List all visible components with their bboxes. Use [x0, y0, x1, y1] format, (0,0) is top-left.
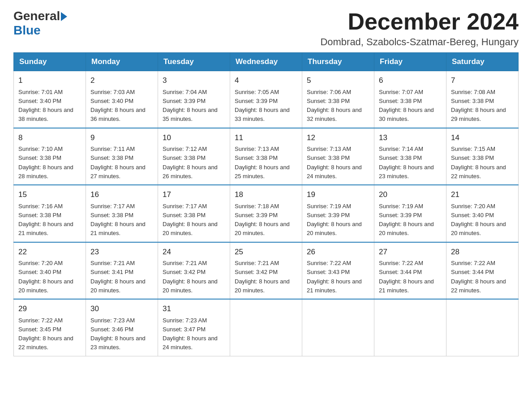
logo: General Blue	[13, 9, 67, 38]
logo-general-text: General	[13, 9, 60, 23]
weekday-header: Saturday	[446, 53, 519, 71]
day-number: 17	[163, 189, 225, 201]
calendar-day-cell: 6 Sunrise: 7:07 AMSunset: 3:38 PMDayligh…	[374, 71, 446, 128]
day-info: Sunrise: 7:23 AMSunset: 3:46 PMDaylight:…	[90, 317, 146, 351]
day-number: 2	[90, 75, 153, 86]
weekday-header: Wednesday	[230, 53, 302, 71]
calendar-day-cell	[230, 299, 302, 356]
day-info: Sunrise: 7:13 AMSunset: 3:38 PMDaylight:…	[235, 146, 290, 180]
day-info: Sunrise: 7:14 AMSunset: 3:38 PMDaylight:…	[379, 146, 434, 180]
page-header: General Blue December 2024 Dombrad, Szab…	[13, 9, 519, 48]
calendar-day-cell: 30 Sunrise: 7:23 AMSunset: 3:46 PMDaylig…	[86, 299, 158, 356]
day-number: 28	[451, 246, 514, 258]
day-info: Sunrise: 7:07 AMSunset: 3:38 PMDaylight:…	[379, 89, 434, 123]
calendar-day-cell: 4 Sunrise: 7:05 AMSunset: 3:39 PMDayligh…	[230, 71, 302, 128]
calendar-week-row: 15 Sunrise: 7:16 AMSunset: 3:38 PMDaylig…	[14, 185, 519, 242]
day-number: 29	[18, 303, 81, 315]
day-number: 11	[235, 132, 297, 144]
day-info: Sunrise: 7:10 AMSunset: 3:38 PMDaylight:…	[18, 146, 73, 180]
day-info: Sunrise: 7:22 AMSunset: 3:44 PMDaylight:…	[379, 260, 434, 294]
calendar-day-cell	[446, 299, 519, 356]
weekday-header: Monday	[86, 53, 158, 71]
calendar-day-cell: 18 Sunrise: 7:18 AMSunset: 3:39 PMDaylig…	[230, 185, 302, 242]
day-info: Sunrise: 7:06 AMSunset: 3:38 PMDaylight:…	[307, 89, 362, 123]
calendar-table: SundayMondayTuesdayWednesdayThursdayFrid…	[13, 52, 519, 356]
day-number: 3	[163, 75, 225, 86]
day-number: 18	[235, 189, 297, 201]
calendar-day-cell: 8 Sunrise: 7:10 AMSunset: 3:38 PMDayligh…	[14, 128, 86, 185]
day-number: 9	[90, 132, 153, 144]
day-info: Sunrise: 7:03 AMSunset: 3:40 PMDaylight:…	[90, 89, 146, 123]
calendar-day-cell: 31 Sunrise: 7:23 AMSunset: 3:47 PMDaylig…	[158, 299, 230, 356]
calendar-day-cell: 7 Sunrise: 7:08 AMSunset: 3:38 PMDayligh…	[446, 71, 519, 128]
calendar-day-cell: 25 Sunrise: 7:21 AMSunset: 3:42 PMDaylig…	[230, 242, 302, 300]
day-number: 6	[379, 75, 442, 86]
day-info: Sunrise: 7:22 AMSunset: 3:45 PMDaylight:…	[18, 317, 73, 351]
weekday-header: Thursday	[302, 53, 374, 71]
day-number: 4	[235, 75, 297, 86]
day-info: Sunrise: 7:21 AMSunset: 3:42 PMDaylight:…	[235, 260, 290, 294]
calendar-day-cell: 17 Sunrise: 7:17 AMSunset: 3:38 PMDaylig…	[158, 185, 230, 242]
day-info: Sunrise: 7:08 AMSunset: 3:38 PMDaylight:…	[451, 89, 506, 123]
calendar-day-cell: 20 Sunrise: 7:19 AMSunset: 3:39 PMDaylig…	[374, 185, 446, 242]
day-info: Sunrise: 7:23 AMSunset: 3:47 PMDaylight:…	[163, 317, 218, 351]
day-info: Sunrise: 7:19 AMSunset: 3:39 PMDaylight:…	[379, 203, 434, 237]
calendar-day-cell: 14 Sunrise: 7:15 AMSunset: 3:38 PMDaylig…	[446, 128, 519, 185]
calendar-day-cell: 13 Sunrise: 7:14 AMSunset: 3:38 PMDaylig…	[374, 128, 446, 185]
day-info: Sunrise: 7:17 AMSunset: 3:38 PMDaylight:…	[163, 203, 218, 237]
logo-arrow-icon	[61, 12, 67, 21]
day-number: 19	[307, 189, 369, 201]
calendar-week-row: 22 Sunrise: 7:20 AMSunset: 3:40 PMDaylig…	[14, 242, 519, 300]
day-info: Sunrise: 7:05 AMSunset: 3:39 PMDaylight:…	[235, 89, 290, 123]
day-info: Sunrise: 7:19 AMSunset: 3:39 PMDaylight:…	[307, 203, 362, 237]
day-number: 23	[90, 246, 153, 258]
day-info: Sunrise: 7:22 AMSunset: 3:43 PMDaylight:…	[307, 260, 362, 294]
day-info: Sunrise: 7:21 AMSunset: 3:42 PMDaylight:…	[163, 260, 218, 294]
weekday-header: Friday	[374, 53, 446, 71]
calendar-week-row: 8 Sunrise: 7:10 AMSunset: 3:38 PMDayligh…	[14, 128, 519, 185]
calendar-day-cell: 22 Sunrise: 7:20 AMSunset: 3:40 PMDaylig…	[14, 242, 86, 300]
day-number: 5	[307, 75, 369, 86]
calendar-day-cell: 26 Sunrise: 7:22 AMSunset: 3:43 PMDaylig…	[302, 242, 374, 300]
day-number: 10	[163, 132, 225, 144]
calendar-day-cell: 2 Sunrise: 7:03 AMSunset: 3:40 PMDayligh…	[86, 71, 158, 128]
day-info: Sunrise: 7:12 AMSunset: 3:38 PMDaylight:…	[163, 146, 218, 180]
day-info: Sunrise: 7:18 AMSunset: 3:39 PMDaylight:…	[235, 203, 290, 237]
day-number: 31	[163, 303, 225, 315]
calendar-day-cell: 15 Sunrise: 7:16 AMSunset: 3:38 PMDaylig…	[14, 185, 86, 242]
weekday-header: Tuesday	[158, 53, 230, 71]
day-info: Sunrise: 7:13 AMSunset: 3:38 PMDaylight:…	[307, 146, 362, 180]
day-info: Sunrise: 7:01 AMSunset: 3:40 PMDaylight:…	[18, 89, 73, 123]
calendar-day-cell: 5 Sunrise: 7:06 AMSunset: 3:38 PMDayligh…	[302, 71, 374, 128]
day-info: Sunrise: 7:20 AMSunset: 3:40 PMDaylight:…	[451, 203, 506, 237]
day-info: Sunrise: 7:15 AMSunset: 3:38 PMDaylight:…	[451, 146, 506, 180]
day-number: 24	[163, 246, 225, 258]
calendar-day-cell: 1 Sunrise: 7:01 AMSunset: 3:40 PMDayligh…	[14, 71, 86, 128]
calendar-day-cell: 27 Sunrise: 7:22 AMSunset: 3:44 PMDaylig…	[374, 242, 446, 300]
day-number: 27	[379, 246, 442, 258]
location-subtitle: Dombrad, Szabolcs-Szatmar-Bereg, Hungary	[320, 36, 519, 48]
logo-blue-text: Blue	[13, 23, 41, 38]
calendar-day-cell: 29 Sunrise: 7:22 AMSunset: 3:45 PMDaylig…	[14, 299, 86, 356]
day-info: Sunrise: 7:04 AMSunset: 3:39 PMDaylight:…	[163, 89, 218, 123]
day-info: Sunrise: 7:22 AMSunset: 3:44 PMDaylight:…	[451, 260, 506, 294]
calendar-week-row: 29 Sunrise: 7:22 AMSunset: 3:45 PMDaylig…	[14, 299, 519, 356]
day-number: 25	[235, 246, 297, 258]
calendar-day-cell: 16 Sunrise: 7:17 AMSunset: 3:38 PMDaylig…	[86, 185, 158, 242]
day-info: Sunrise: 7:11 AMSunset: 3:38 PMDaylight:…	[90, 146, 146, 180]
calendar-day-cell: 28 Sunrise: 7:22 AMSunset: 3:44 PMDaylig…	[446, 242, 519, 300]
month-title: December 2024	[320, 9, 519, 34]
calendar-day-cell	[302, 299, 374, 356]
calendar-day-cell: 9 Sunrise: 7:11 AMSunset: 3:38 PMDayligh…	[86, 128, 158, 185]
day-info: Sunrise: 7:16 AMSunset: 3:38 PMDaylight:…	[18, 203, 73, 237]
calendar-day-cell: 10 Sunrise: 7:12 AMSunset: 3:38 PMDaylig…	[158, 128, 230, 185]
day-number: 8	[18, 132, 81, 144]
calendar-day-cell: 19 Sunrise: 7:19 AMSunset: 3:39 PMDaylig…	[302, 185, 374, 242]
day-info: Sunrise: 7:21 AMSunset: 3:41 PMDaylight:…	[90, 260, 146, 294]
day-number: 15	[18, 189, 81, 201]
calendar-day-cell: 12 Sunrise: 7:13 AMSunset: 3:38 PMDaylig…	[302, 128, 374, 185]
calendar-day-cell: 3 Sunrise: 7:04 AMSunset: 3:39 PMDayligh…	[158, 71, 230, 128]
day-number: 20	[379, 189, 442, 201]
calendar-day-cell	[374, 299, 446, 356]
day-number: 1	[18, 75, 81, 86]
